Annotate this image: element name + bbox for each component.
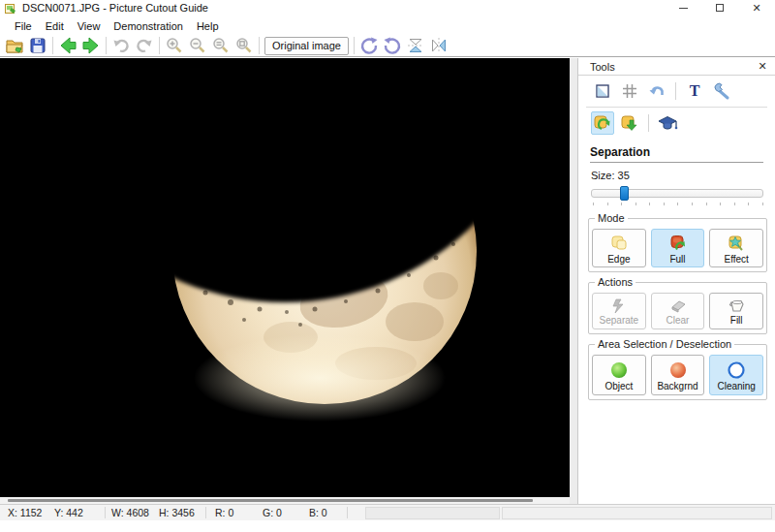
next-image-button[interactable] — [79, 36, 103, 56]
redo-button[interactable] — [133, 36, 156, 56]
size-slider[interactable] — [591, 187, 765, 208]
toolbar-separator — [106, 37, 107, 54]
zoom-in-button[interactable] — [163, 36, 186, 56]
grid-button[interactable] — [618, 79, 641, 103]
fill-pitcher-icon — [727, 298, 746, 314]
rotate-cw-button[interactable] — [357, 36, 381, 56]
demonstration-cap-icon — [657, 113, 678, 133]
minimize-icon — [679, 8, 688, 9]
demonstration-button[interactable] — [656, 111, 679, 135]
save-button[interactable] — [26, 36, 49, 56]
status-r: R: 0 — [215, 507, 233, 518]
moon-photo — [0, 58, 570, 497]
menu-file[interactable]: File — [8, 18, 39, 34]
action-separate-button[interactable]: Separate — [592, 293, 646, 329]
rotate-ccw-button[interactable] — [381, 36, 404, 56]
area-selection-group: Area Selection / Deselection Object — [588, 344, 767, 400]
undo-icon — [111, 36, 131, 55]
flip-vertical-icon — [406, 36, 425, 55]
text-tool-button[interactable]: T — [683, 79, 706, 103]
horizontal-scrollbar-thumb[interactable] — [8, 499, 533, 502]
title-bar: DSCN0071.JPG - Picture Cutout Guide ✕ — [0, 0, 775, 16]
maximize-button[interactable] — [701, 0, 738, 16]
zoom-fit-button[interactable] — [232, 36, 256, 56]
status-divider — [347, 507, 348, 518]
status-panel-empty — [502, 507, 772, 519]
object-circle-icon — [609, 360, 629, 380]
horizontal-scrollbar[interactable] — [0, 497, 570, 504]
action-fill-label: Fill — [730, 315, 743, 326]
mode-edge-label: Edge — [607, 254, 630, 265]
action-separate-label: Separate — [600, 315, 639, 326]
tools-separator — [675, 82, 676, 100]
menu-edit[interactable]: Edit — [39, 18, 71, 34]
undo-button[interactable] — [109, 36, 133, 56]
undo-step-button[interactable] — [645, 79, 668, 103]
previous-image-button[interactable] — [56, 36, 79, 56]
size-slider-thumb[interactable] — [620, 186, 629, 201]
image-canvas[interactable] — [0, 58, 570, 497]
status-y: Y: 442 — [54, 507, 83, 518]
separation-tool-button[interactable] — [591, 111, 614, 135]
status-divider — [205, 507, 206, 518]
panel-divider — [570, 58, 578, 504]
contrast-square-icon — [594, 82, 611, 100]
drop-separation-button[interactable] — [618, 111, 641, 135]
toolbar-separator — [259, 37, 260, 54]
zoom-out-button[interactable] — [186, 36, 209, 56]
area-cleaning-label: Cleaning — [717, 381, 755, 391]
action-fill-button[interactable]: Fill — [709, 293, 763, 329]
menu-view[interactable]: View — [71, 18, 108, 34]
zoom-actual-button[interactable] — [209, 36, 232, 56]
tools-icon-row-1: T — [578, 76, 775, 106]
mode-edge-button[interactable]: Edge — [592, 229, 646, 267]
original-image-button[interactable]: Original image — [264, 37, 349, 55]
mode-legend: Mode — [595, 212, 628, 224]
area-object-button[interactable]: Object — [592, 355, 646, 395]
save-icon — [28, 36, 47, 55]
application-window: DSCN0071.JPG - Picture Cutout Guide ✕ Fi… — [0, 0, 775, 532]
close-button[interactable]: ✕ — [738, 0, 775, 16]
background-circle-icon — [668, 360, 688, 380]
menu-demonstration[interactable]: Demonstration — [107, 18, 190, 34]
next-image-icon — [80, 35, 102, 56]
tools-panel-close-icon[interactable]: ✕ — [756, 60, 769, 73]
action-clear-button[interactable]: Clear — [651, 293, 705, 329]
eraser-icon — [668, 298, 688, 314]
toolbar-separator — [52, 37, 53, 54]
area-cleaning-button[interactable]: Cleaning — [709, 355, 763, 395]
minimize-button[interactable] — [665, 0, 701, 16]
menu-help[interactable]: Help — [190, 18, 226, 34]
actions-legend: Actions — [595, 276, 636, 288]
redo-icon — [135, 36, 154, 55]
area-backgrnd-button[interactable]: Backgrnd — [651, 355, 705, 395]
previous-image-icon — [57, 35, 78, 56]
mode-full-button[interactable]: Full — [651, 229, 705, 267]
wrench-icon — [712, 81, 731, 101]
mode-full-label: Full — [669, 254, 685, 265]
toolbar: Original image — [0, 35, 775, 57]
status-panel-empty — [365, 507, 500, 519]
app-icon — [5, 3, 16, 15]
toolbar-separator — [354, 37, 355, 54]
open-file-button[interactable] — [3, 36, 26, 56]
rotate-cw-icon — [359, 36, 379, 55]
tools-icon-row-2 — [578, 108, 775, 138]
size-slider-track[interactable] — [591, 189, 763, 198]
zoom-fit-icon — [234, 36, 254, 55]
flip-vertical-button[interactable] — [404, 36, 427, 56]
text-tool-icon: T — [690, 82, 700, 100]
mode-effect-label: Effect — [724, 254, 748, 265]
full-mode-icon — [668, 234, 688, 253]
size-label: Size: 35 — [591, 170, 775, 181]
close-icon: ✕ — [752, 2, 760, 15]
mode-effect-button[interactable]: Effect — [709, 229, 763, 267]
flip-horizontal-button[interactable] — [427, 36, 450, 56]
menu-bar: File Edit View Demonstration Help — [0, 16, 775, 35]
undo-blue-icon — [648, 82, 666, 100]
separation-tool-icon — [593, 113, 612, 133]
status-g: G: 0 — [263, 507, 282, 518]
contrast-square-button[interactable] — [591, 79, 614, 103]
open-file-icon — [5, 36, 24, 55]
settings-wrench-button[interactable] — [710, 79, 733, 103]
